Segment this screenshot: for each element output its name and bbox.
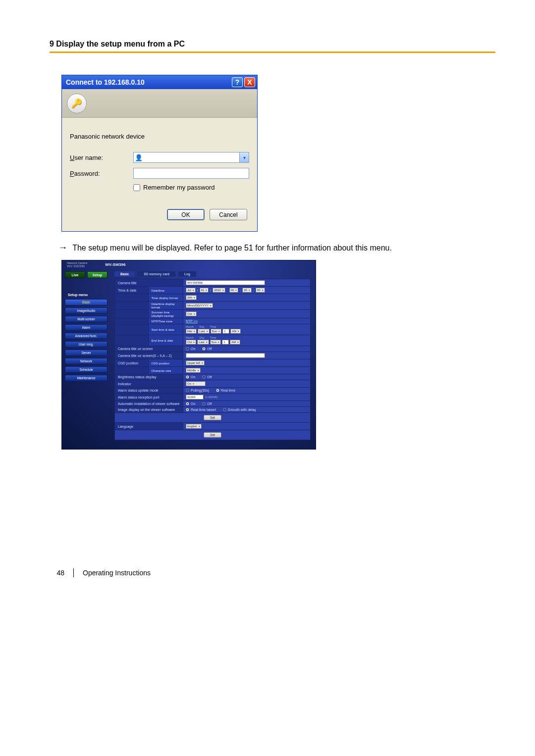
ctos-on[interactable] bbox=[186, 347, 189, 351]
inp-start-h[interactable]: 1 bbox=[222, 329, 229, 334]
username-label: User name: bbox=[70, 154, 133, 161]
lbl-alarmport: Alarm status reception port bbox=[115, 394, 183, 401]
sidebar-item-image-audio[interactable]: Image/Audio bbox=[65, 307, 107, 314]
autoinst-off[interactable] bbox=[202, 402, 206, 405]
lbl-osd-group: OSD position bbox=[115, 359, 149, 366]
sel-end-dw[interactable]: Sun bbox=[210, 340, 221, 345]
lbl-autoinst: Automatic installation of viewer softwar… bbox=[115, 401, 183, 406]
page-number: 48 bbox=[50, 569, 64, 577]
set-button-2[interactable]: Set bbox=[204, 432, 221, 438]
sel-end-ap[interactable]: AM bbox=[230, 340, 240, 345]
lbl-language: Language bbox=[115, 423, 183, 430]
dialog-banner: 🔑 bbox=[62, 89, 257, 118]
result-text: → The setup menu will be displayed. Refe… bbox=[58, 243, 495, 253]
close-button[interactable]: X bbox=[244, 77, 255, 87]
header-model-area: Network Camera WV-SW396 bbox=[62, 261, 87, 268]
camera-title-input[interactable]: WV-SW396 bbox=[186, 280, 265, 285]
section-header: 9 Display the setup menu from a PC bbox=[50, 40, 495, 51]
lbl-end: End time & date bbox=[149, 335, 183, 346]
lbl-osd-pos: OSD position bbox=[149, 359, 183, 366]
remember-checkbox[interactable] bbox=[133, 184, 140, 191]
setup-menu-screenshot: Network Camera WV-SW396 WV-SW396 Live Se… bbox=[61, 260, 316, 450]
alarm-port-input[interactable]: 31004 bbox=[186, 395, 204, 400]
sel-start-ap[interactable]: AM bbox=[230, 329, 241, 334]
sel-charsize[interactable]: Middle bbox=[186, 368, 201, 373]
tab-sd[interactable]: SD memory card bbox=[138, 271, 175, 277]
sel-dtf[interactable]: Mmm/DD/YYYY bbox=[186, 303, 213, 308]
sel-start-w[interactable]: Last bbox=[198, 329, 209, 334]
header-model-bold: WV-SW396 bbox=[87, 262, 125, 267]
tab-basic[interactable]: Basic bbox=[114, 271, 135, 277]
page-footer: 48 Operating Instructions bbox=[50, 568, 495, 577]
sidebar-item-server[interactable]: Server bbox=[65, 350, 107, 356]
arrow-icon: → bbox=[58, 243, 67, 252]
ctos-input[interactable] bbox=[186, 353, 265, 358]
dialog-title: Connect to 192.168.0.10 bbox=[66, 78, 230, 86]
val-date-time: Jul/ 01/ 2010 00: 00: 00 bbox=[183, 287, 310, 294]
inp-end-h[interactable]: 1 bbox=[222, 340, 229, 345]
auth-realm: Panasonic network device bbox=[70, 133, 249, 140]
sidebar-item-user-mng-[interactable]: User mng. bbox=[65, 341, 107, 348]
section-rule bbox=[50, 51, 495, 53]
sidebar-item-advanced-func-[interactable]: Advanced func. bbox=[65, 333, 107, 339]
setup-tab[interactable]: Setup bbox=[87, 271, 107, 278]
sel-end-w[interactable]: Last bbox=[197, 340, 209, 345]
keys-icon: 🔑 bbox=[67, 94, 87, 113]
brightness-off[interactable] bbox=[202, 375, 206, 379]
lbl-imagedisp: Image display on the viewer software bbox=[115, 407, 183, 412]
live-tab[interactable]: Live bbox=[65, 271, 85, 278]
sel-start-dw[interactable]: Sun bbox=[211, 329, 222, 334]
user-icon: 👤 bbox=[135, 153, 143, 161]
sidebar-item-maintenance[interactable]: Maintenance bbox=[65, 375, 107, 381]
sel-end-m[interactable]: Oct bbox=[186, 340, 196, 345]
lbl-start: Start time & date bbox=[149, 324, 183, 335]
sidebar-title: Setup menu bbox=[68, 293, 107, 297]
remember-label: Remember my password bbox=[143, 184, 215, 191]
username-input[interactable] bbox=[133, 152, 249, 163]
doc-title: Operating Instructions bbox=[83, 569, 151, 577]
sidebar-item-multi-screen[interactable]: Multi-screen bbox=[65, 316, 107, 322]
cancel-button[interactable]: Cancel bbox=[210, 209, 247, 220]
lbl-ctosin: Camera title on screen(0 – 9,A – Z) bbox=[115, 352, 183, 359]
ctos-off[interactable] bbox=[202, 347, 206, 351]
sel-year[interactable]: 2010 bbox=[213, 288, 225, 293]
lbl-alarmmode: Alarm status update mode bbox=[115, 388, 183, 393]
lbl-time-date: Time & date bbox=[115, 287, 149, 294]
brightness-on[interactable] bbox=[186, 375, 189, 379]
sel-hh[interactable]: 00 bbox=[229, 288, 239, 293]
lbl-summer: Summer time (daylight saving) bbox=[149, 310, 183, 318]
lbl-date-time: Date/time bbox=[149, 287, 183, 294]
lbl-camera-title: Camera title bbox=[115, 279, 183, 286]
sel-mm[interactable]: 00 bbox=[242, 288, 252, 293]
sel-month[interactable]: Jul bbox=[186, 288, 196, 293]
password-input[interactable] bbox=[133, 168, 249, 179]
lbl-tdf: Time display format bbox=[149, 294, 183, 301]
alarm-poll[interactable] bbox=[186, 389, 189, 392]
sidebar-item-schedule[interactable]: Schedule bbox=[65, 366, 107, 373]
sidebar-item-alarm[interactable]: Alarm bbox=[65, 324, 107, 331]
sidebar-item-basic[interactable]: Basic bbox=[65, 299, 107, 305]
lbl-ctos: Camera title on screen bbox=[115, 346, 183, 352]
username-dropdown[interactable]: ▾ bbox=[239, 152, 249, 162]
auth-dialog: Connect to 192.168.0.10 ? X 🔑 Panasonic … bbox=[61, 75, 258, 232]
imagedisp-rt[interactable] bbox=[186, 408, 189, 411]
alarm-real[interactable] bbox=[216, 389, 219, 392]
sel-language[interactable]: English bbox=[186, 424, 202, 429]
sel-indicator[interactable]: On bbox=[186, 381, 206, 386]
ntp-link[interactable]: NTP >> bbox=[186, 319, 198, 323]
ok-button[interactable]: OK bbox=[167, 209, 205, 220]
sel-start-m[interactable]: Mar bbox=[186, 329, 197, 334]
sel-ss[interactable]: 00 bbox=[256, 288, 265, 293]
lbl-brightness: Brightness status display bbox=[115, 374, 183, 380]
autoinst-on[interactable] bbox=[186, 402, 189, 405]
help-button[interactable]: ? bbox=[232, 77, 243, 87]
sel-day[interactable]: 01 bbox=[200, 288, 209, 293]
sel-summer[interactable]: Out bbox=[186, 311, 197, 316]
sidebar-item-network[interactable]: Network bbox=[65, 358, 107, 364]
tab-log[interactable]: Log bbox=[178, 271, 196, 277]
sel-tdf[interactable]: 24h bbox=[186, 295, 197, 300]
sel-osd-pos[interactable]: Upper left bbox=[186, 360, 205, 365]
lbl-dtf: Date/time display format bbox=[149, 302, 183, 309]
set-button-1[interactable]: Set bbox=[204, 415, 221, 420]
imagedisp-smooth[interactable] bbox=[223, 408, 226, 411]
